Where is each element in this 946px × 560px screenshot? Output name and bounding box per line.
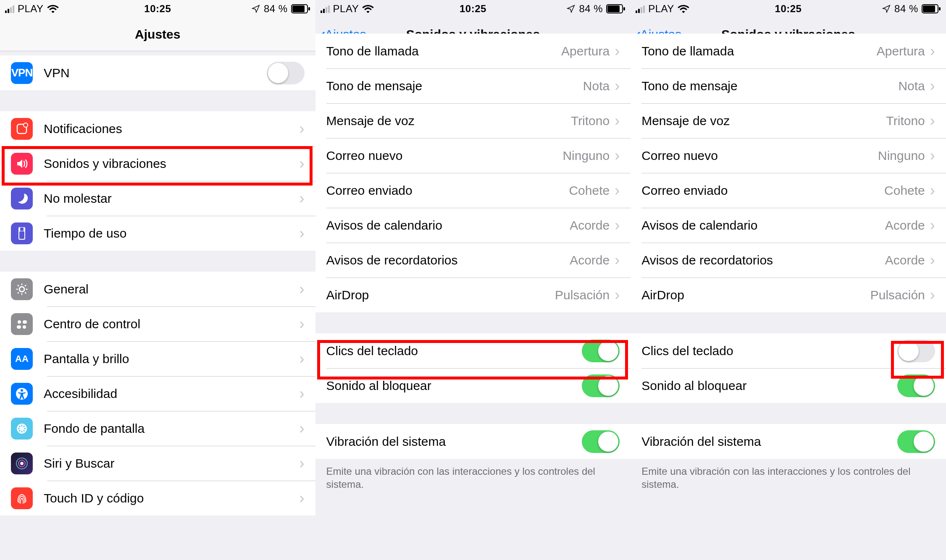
sounds-list[interactable]: Tono de llamadaApertura› Tono de mensaje… (631, 34, 946, 491)
row-touch-id[interactable]: Touch ID y código › (0, 481, 315, 516)
keyboard-clicks-toggle[interactable] (897, 340, 935, 362)
row-value: Apertura (877, 44, 925, 58)
accessibility-icon (11, 383, 33, 405)
row-no-molestar[interactable]: No molestar › (0, 181, 315, 216)
svg-rect-7 (19, 231, 24, 239)
row-avisos-recordatorios[interactable]: Avisos de recordatoriosAcorde› (315, 243, 631, 277)
row-label: Correo nuevo (641, 149, 878, 163)
row-avisos-calendario[interactable]: Avisos de calendarioAcorde› (631, 208, 946, 243)
row-correo-nuevo[interactable]: Correo nuevoNinguno› (631, 138, 946, 173)
settings-list[interactable]: VPN VPN Notificaciones › Sonidos y vibra… (0, 51, 315, 516)
row-value: Ninguno (562, 149, 610, 163)
phone-screen-2: PLAY 10:25 84 % ‹ Ajustes Sonidos y vibr… (315, 0, 631, 560)
lock-sound-toggle[interactable] (582, 374, 620, 397)
chevron-right-icon: › (300, 317, 305, 332)
row-correo-enviado[interactable]: Correo enviadoCohete› (631, 173, 946, 208)
row-label: Touch ID y código (44, 491, 300, 505)
chevron-right-icon: › (300, 156, 305, 171)
chevron-right-icon: › (300, 282, 305, 297)
svg-rect-13 (17, 325, 21, 329)
row-value: Pulsación (870, 288, 925, 302)
row-fondo-pantalla[interactable]: Fondo de pantalla › (0, 411, 315, 446)
row-pantalla-brillo[interactable]: AA Pantalla y brillo › (0, 341, 315, 376)
row-label: Tono de mensaje (326, 79, 583, 93)
keyboard-clicks-toggle[interactable] (582, 340, 620, 362)
row-airdrop[interactable]: AirDropPulsación› (315, 277, 631, 312)
chevron-right-icon: › (300, 456, 305, 471)
row-sonidos[interactable]: Sonidos y vibraciones › (0, 146, 315, 181)
chevron-right-icon: › (615, 183, 620, 198)
row-general[interactable]: General › (0, 272, 315, 306)
row-value: Ninguno (878, 149, 925, 163)
chevron-right-icon: › (300, 121, 305, 136)
lock-sound-toggle[interactable] (897, 374, 935, 397)
system-haptics-toggle[interactable] (582, 430, 620, 453)
row-label: Tono de llamada (326, 44, 562, 58)
row-value: Tritono (886, 114, 925, 128)
chevron-right-icon: › (930, 44, 935, 59)
row-mensaje-voz[interactable]: Mensaje de vozTritono› (631, 103, 946, 138)
svg-point-28 (20, 462, 24, 465)
chevron-right-icon: › (300, 386, 305, 401)
footer-text: Emite una vibración con las interaccione… (315, 459, 631, 491)
phone-screen-3: PLAY 10:25 84 % ‹ Ajustes Sonidos y vibr… (631, 0, 946, 560)
row-label: Clics del teclado (641, 344, 897, 358)
row-tiempo-uso[interactable]: Tiempo de uso › (0, 216, 315, 251)
row-label: Tono de mensaje (641, 79, 898, 93)
row-correo-enviado[interactable]: Correo enviadoCohete› (315, 173, 631, 208)
row-clics-teclado[interactable]: Clics del teclado (631, 333, 946, 368)
row-label: AirDrop (641, 288, 870, 302)
row-tono-llamada[interactable]: Tono de llamadaApertura› (315, 34, 631, 68)
row-airdrop[interactable]: AirDropPulsación› (631, 277, 946, 312)
row-tono-mensaje[interactable]: Tono de mensajeNota› (315, 68, 631, 103)
row-sonido-bloquear[interactable]: Sonido al bloquear (315, 368, 631, 403)
chevron-right-icon: › (300, 226, 305, 241)
svg-rect-34 (939, 7, 941, 10)
chevron-right-icon: › (615, 79, 620, 94)
row-centro-control[interactable]: Centro de control › (0, 306, 315, 341)
row-label: No molestar (44, 191, 300, 206)
signal-icon (5, 5, 14, 13)
carrier-label: PLAY (18, 3, 44, 15)
row-value: Tritono (571, 114, 610, 128)
row-vpn[interactable]: VPN VPN (0, 55, 315, 90)
status-bar: PLAY 10:25 84 % (631, 0, 946, 18)
row-label: AirDrop (326, 288, 555, 302)
row-mensaje-voz[interactable]: Mensaje de vozTritono› (315, 103, 631, 138)
row-avisos-calendario[interactable]: Avisos de calendarioAcorde› (315, 208, 631, 243)
location-icon (566, 4, 575, 13)
status-time: 10:25 (460, 3, 486, 15)
svg-point-24 (23, 425, 25, 428)
row-vibracion-sistema[interactable]: Vibración del sistema (315, 424, 631, 459)
row-tono-llamada[interactable]: Tono de llamadaApertura› (631, 34, 946, 68)
location-icon (882, 4, 891, 13)
location-icon (251, 4, 260, 13)
row-siri[interactable]: Siri y Buscar › (0, 446, 315, 481)
row-accesibilidad[interactable]: Accesibilidad › (0, 376, 315, 411)
row-notificaciones[interactable]: Notificaciones › (0, 111, 315, 146)
row-sonido-bloquear[interactable]: Sonido al bloquear (631, 368, 946, 403)
row-label: Notificaciones (44, 122, 300, 136)
row-label: Avisos de calendario (641, 218, 885, 233)
svg-rect-31 (623, 7, 625, 10)
general-icon (11, 278, 33, 300)
row-clics-teclado[interactable]: Clics del teclado (315, 333, 631, 368)
signal-icon (321, 5, 330, 13)
vpn-icon: VPN (11, 62, 33, 84)
row-vibracion-sistema[interactable]: Vibración del sistema (631, 424, 946, 459)
system-haptics-toggle[interactable] (897, 430, 935, 453)
row-value: Nota (898, 79, 925, 93)
row-avisos-recordatorios[interactable]: Avisos de recordatoriosAcorde› (631, 243, 946, 277)
svg-point-12 (23, 325, 26, 329)
row-label: Avisos de recordatorios (326, 253, 570, 267)
chevron-right-icon: › (615, 218, 620, 233)
svg-rect-33 (923, 5, 935, 12)
vpn-toggle[interactable] (267, 62, 305, 84)
chevron-right-icon: › (300, 421, 305, 436)
row-correo-nuevo[interactable]: Correo nuevoNinguno› (315, 138, 631, 173)
row-tono-mensaje[interactable]: Tono de mensajeNota› (631, 68, 946, 103)
battery-label: 84 % (579, 3, 603, 15)
row-label: Clics del teclado (326, 344, 582, 358)
row-label: Correo enviado (641, 183, 884, 198)
sounds-list[interactable]: Tono de llamadaApertura› Tono de mensaje… (315, 34, 631, 491)
